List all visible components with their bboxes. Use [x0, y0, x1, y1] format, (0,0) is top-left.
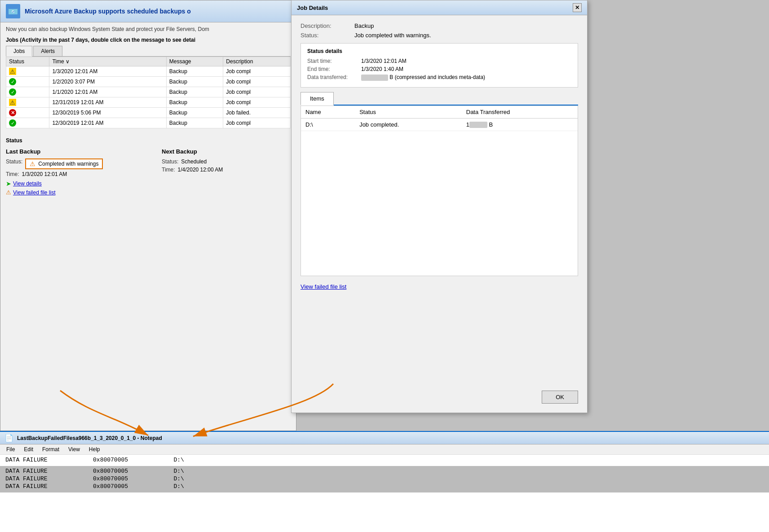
dialog-footer: OK — [542, 391, 578, 404]
line1-col3: D:\ — [173, 457, 184, 463]
status-details-title: Status details — [307, 48, 571, 54]
job-details-dialog: Job Details ✕ Description: Backup Status… — [291, 0, 588, 413]
line3-col3: D:\ — [173, 475, 184, 482]
subtitle: Now you can also backup Windows System S… — [6, 26, 291, 32]
main-window: Microsoft Azure Backup supports schedule… — [0, 0, 296, 431]
notepad-line-4: DATA FAILURE 0x80070005 D:\ — [5, 483, 764, 490]
start-time-row: Start time: 1/3/2020 12:01 AM — [307, 58, 571, 64]
view-details-link[interactable]: View details — [13, 180, 42, 187]
status-value: Job completed with warnings. — [354, 32, 431, 39]
notepad-window: 📄 LastBackupFailedFilesa966b_1_3_2020_0_… — [0, 431, 769, 532]
table-row[interactable]: ✓ 1/2/2020 3:07 PM Backup Job compl — [6, 77, 291, 87]
message-cell: Backup — [166, 97, 223, 108]
items-table-row[interactable]: D:\ Job completed. 1 B — [301, 118, 578, 131]
notepad-line-1: DATA FAILURE 0x80070005 D:\ — [5, 457, 764, 463]
menu-file[interactable]: File — [2, 445, 19, 453]
time-cell: 12/30/2019 12:01 AM — [49, 118, 166, 128]
dialog-titlebar: Job Details ✕ — [292, 0, 587, 15]
description-value: Backup — [354, 22, 374, 29]
status-section: Status Last Backup Status: ⚠ Completed w… — [6, 137, 291, 196]
desc-cell: Job compl — [223, 87, 291, 97]
data-transferred-label: Data transferred: — [307, 74, 357, 81]
items-col-status: Status — [355, 106, 462, 119]
col-status[interactable]: Status — [6, 57, 49, 66]
next-backup-status-label: Status: — [162, 158, 178, 165]
menu-view[interactable]: View — [64, 445, 84, 453]
items-table: Name Status Data Transferred D:\ Job com… — [301, 106, 578, 132]
last-backup-time-value: 1/3/2020 12:01 AM — [22, 171, 67, 177]
line3-col1: DATA FAILURE — [5, 475, 48, 482]
col-time[interactable]: Time ∨ — [49, 57, 166, 66]
table-row[interactable]: ✓ 1/1/2020 12:01 AM Backup Job compl — [6, 87, 291, 97]
svg-rect-1 — [9, 8, 18, 9]
ok-button[interactable]: OK — [542, 391, 578, 404]
header-title: Microsoft Azure Backup supports schedule… — [25, 8, 191, 15]
table-row[interactable]: ⚠ 12/31/2019 12:01 AM Backup Job compl — [6, 97, 291, 108]
col-message[interactable]: Message — [166, 57, 223, 66]
items-col-data-transferred: Data Transferred — [462, 106, 578, 119]
menu-edit[interactable]: Edit — [19, 445, 38, 453]
notepad-content-lower: DATA FAILURE 0x80070005 D:\ DATA FAILURE… — [0, 466, 769, 492]
tab-jobs[interactable]: Jobs — [6, 46, 32, 57]
line2-col1: DATA FAILURE — [5, 468, 48, 475]
success-icon: ✓ — [9, 88, 16, 96]
jobs-table: Status Time ∨ Message Description ⚠ 1/3/… — [6, 57, 291, 128]
main-content: Now you can also backup Windows System S… — [0, 22, 296, 199]
line2-col2: 0x80070005 — [93, 468, 128, 475]
item-status: Job completed. — [355, 118, 462, 131]
dialog-content: Description: Backup Status: Job complete… — [292, 15, 587, 304]
line2-col3: D:\ — [173, 468, 184, 475]
message-cell: Backup — [166, 77, 223, 87]
menu-help[interactable]: Help — [84, 445, 105, 453]
desc-cell: Job compl — [223, 77, 291, 87]
last-backup-title: Last Backup — [6, 148, 135, 155]
green-arrow-icon: ➤ — [6, 180, 11, 187]
azure-backup-icon — [6, 4, 20, 18]
end-time-label: End time: — [307, 66, 357, 72]
dialog-view-failed-link[interactable]: View failed file list — [301, 283, 578, 290]
notepad-title: LastBackupFailedFilesa966b_1_3_2020_0_1_… — [17, 435, 765, 441]
warning-icon-link: ⚠ — [6, 189, 11, 196]
view-failed-file-list-link[interactable]: View failed file list — [13, 189, 56, 196]
items-col-name: Name — [301, 106, 355, 119]
col-description[interactable]: Description — [223, 57, 291, 66]
close-button[interactable]: ✕ — [573, 3, 582, 12]
view-failed-row: ⚠ View failed file list — [6, 189, 135, 196]
time-cell: 12/30/2019 5:06 PM — [49, 108, 166, 118]
next-backup-time-value: 1/4/2020 12:00 AM — [178, 167, 223, 173]
status-field: Status: Job completed with warnings. — [301, 32, 578, 39]
warning-status-box: ⚠ Completed with warnings — [25, 158, 103, 169]
table-row[interactable]: ✓ 12/30/2019 12:01 AM Backup Job compl — [6, 118, 291, 128]
notepad-icon: 📄 — [4, 434, 13, 442]
items-tabs: Items — [301, 92, 578, 106]
next-backup-time-label: Time: — [162, 167, 175, 173]
time-cell: 12/31/2019 12:01 AM — [49, 97, 166, 108]
time-cell: 1/1/2020 12:01 AM — [49, 87, 166, 97]
end-time-value: 1/3/2020 1:40 AM — [361, 66, 403, 72]
start-time-value: 1/3/2020 12:01 AM — [361, 58, 407, 64]
dialog-view-failed-container: View failed file list — [301, 283, 578, 290]
status-title: Status — [6, 137, 291, 144]
status-cell: ✕ — [6, 108, 49, 118]
line3-col2: 0x80070005 — [93, 475, 128, 482]
last-backup-status-value: Completed with warnings — [38, 161, 98, 167]
time-cell: 1/2/2020 3:07 PM — [49, 77, 166, 87]
notepad-titlebar: 📄 LastBackupFailedFilesa966b_1_3_2020_0_… — [0, 432, 769, 444]
last-backup-status-row: Status: ⚠ Completed with warnings — [6, 158, 135, 169]
table-row[interactable]: ✕ 12/30/2019 5:06 PM Backup Job failed. — [6, 108, 291, 118]
tab-alerts[interactable]: Alerts — [33, 46, 62, 56]
next-backup-status-value: Scheduled — [181, 158, 207, 165]
menu-format[interactable]: Format — [38, 445, 64, 453]
success-icon: ✓ — [9, 119, 16, 127]
items-tab[interactable]: Items — [301, 92, 334, 106]
jobs-section-label: Jobs (Activity in the past 7 days, doubl… — [6, 37, 291, 43]
time-cell: 1/3/2020 12:01 AM — [49, 66, 166, 77]
blurred-size — [361, 75, 388, 81]
success-icon: ✓ — [9, 78, 16, 85]
table-row[interactable]: ⚠ 1/3/2020 12:01 AM Backup Job compl — [6, 66, 291, 77]
main-header: Microsoft Azure Backup supports schedule… — [0, 0, 296, 22]
items-tab-container: Items Name Status Data Transferred D:\ — [301, 92, 578, 276]
warning-icon: ⚠ — [9, 99, 16, 106]
last-backup-status-label: Status: — [6, 158, 22, 169]
message-cell: Backup — [166, 87, 223, 97]
